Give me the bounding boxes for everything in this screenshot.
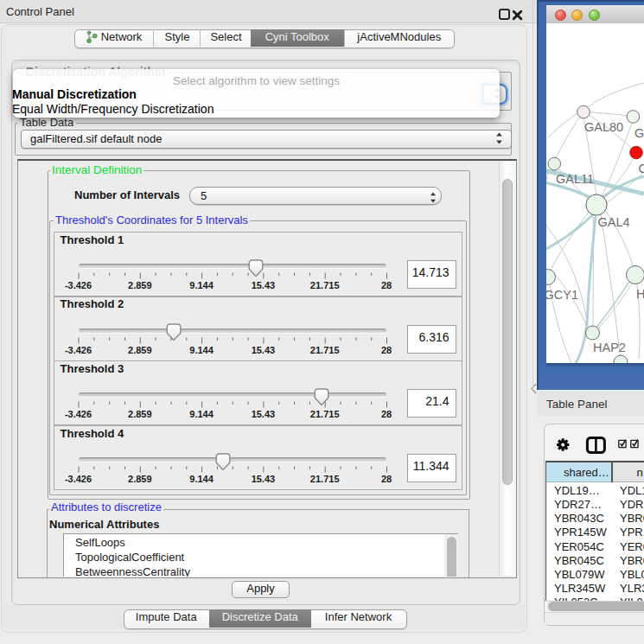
- svg-text:H: H: [636, 287, 644, 301]
- svg-text:GAL80: GAL80: [584, 120, 623, 134]
- svg-text:GCY1: GCY1: [546, 288, 578, 302]
- svg-text:GA: GA: [634, 126, 644, 140]
- svg-text:GAL11: GAL11: [556, 172, 594, 186]
- svg-text:CY: CY: [639, 162, 644, 175]
- svg-text:HAP2: HAP2: [593, 341, 626, 354]
- svg-text:GAL4: GAL4: [598, 215, 630, 229]
